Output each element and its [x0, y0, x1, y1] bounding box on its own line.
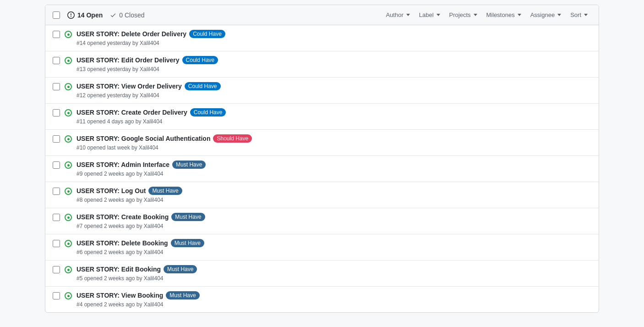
issue-meta: #10 opened last week by Xalil404 — [76, 144, 591, 151]
issue-meta: #12 opened yesterday by Xalil404 — [76, 92, 591, 99]
sort-filter-label: Sort — [570, 11, 581, 18]
author-chevron-icon — [406, 14, 410, 16]
issue-title[interactable]: USER STORY: Create Booking — [76, 213, 169, 221]
closed-count-text: 0 Closed — [119, 11, 144, 19]
issue-label-badge[interactable]: Could Have — [185, 82, 221, 90]
issue-title-line: USER STORY: Log Out Must Have — [76, 187, 591, 195]
list-item: USER STORY: Admin Interface Must Have #9… — [45, 156, 599, 182]
list-item: USER STORY: Edit Booking Must Have #5 op… — [45, 260, 599, 287]
issue-meta: #9 opened 2 weeks ago by Xalil404 — [76, 171, 591, 177]
list-item: USER STORY: Delete Order Delivery Could … — [45, 25, 599, 51]
list-item: USER STORY: Delete Booking Must Have #6 … — [45, 234, 599, 260]
issue-title[interactable]: USER STORY: View Order Delivery — [76, 83, 182, 90]
list-item: USER STORY: View Booking Must Have #4 op… — [45, 287, 599, 312]
assignee-filter-label: Assignee — [530, 11, 555, 18]
open-issue-icon — [65, 214, 72, 221]
issue-meta: #7 opened 2 weeks ago by Xalil404 — [76, 223, 591, 229]
issue-title[interactable]: USER STORY: Create Order Delivery — [76, 109, 187, 116]
issue-title-line: USER STORY: Create Order Delivery Could … — [76, 108, 591, 116]
issue-meta: #4 opened 2 weeks ago by Xalil404 — [76, 301, 591, 308]
issue-checkbox-3[interactable] — [53, 83, 60, 90]
issue-checkbox-1[interactable] — [53, 31, 60, 38]
issue-content: USER STORY: Delete Booking Must Have #6 … — [76, 239, 591, 255]
issue-title[interactable]: USER STORY: Edit Order Delivery — [76, 56, 180, 64]
assignee-filter-btn[interactable]: Assignee — [527, 10, 565, 20]
issue-checkbox-4[interactable] — [53, 109, 60, 116]
issue-checkbox-10[interactable] — [53, 266, 60, 273]
closed-count: 0 Closed — [110, 11, 144, 19]
issue-title-line: USER STORY: Edit Order Delivery Could Ha… — [76, 56, 591, 64]
issue-meta: #13 opened yesterday by Xalil404 — [76, 66, 591, 72]
issue-label-badge[interactable]: Could Have — [189, 30, 225, 38]
issue-label-badge[interactable]: Must Have — [148, 187, 182, 195]
issue-label-badge[interactable]: Must Have — [172, 161, 206, 169]
sort-filter-btn[interactable]: Sort — [567, 10, 591, 20]
header-filters: Author Label Projects Milestones Assigne… — [382, 10, 591, 20]
issue-checkbox-2[interactable] — [53, 57, 60, 64]
issue-content: USER STORY: Create Booking Must Have #7 … — [76, 213, 591, 229]
issue-title-line: USER STORY: Delete Booking Must Have — [76, 239, 591, 247]
milestones-filter-btn[interactable]: Milestones — [483, 10, 525, 20]
issue-title-line: USER STORY: Google Social Authentication… — [76, 134, 591, 143]
issue-label-badge[interactable]: Must Have — [164, 265, 197, 273]
projects-filter-label: Projects — [449, 11, 471, 18]
issue-checkbox-5[interactable] — [53, 135, 60, 143]
author-filter-btn[interactable]: Author — [382, 10, 413, 20]
open-issue-icon — [65, 188, 72, 195]
list-item: USER STORY: Create Order Delivery Could … — [45, 104, 599, 130]
select-all-checkbox[interactable] — [53, 11, 60, 19]
issue-title-line: USER STORY: Admin Interface Must Have — [76, 161, 591, 169]
open-count-text: 14 Open — [77, 11, 103, 19]
closed-issues-icon — [110, 12, 116, 18]
projects-filter-btn[interactable]: Projects — [446, 10, 481, 20]
issue-label-badge[interactable]: Could Have — [182, 56, 218, 64]
issue-content: USER STORY: Edit Booking Must Have #5 op… — [76, 265, 591, 282]
list-item: USER STORY: Edit Order Delivery Could Ha… — [45, 51, 599, 78]
open-issue-icon — [65, 135, 72, 143]
issue-label-badge[interactable]: Must Have — [171, 213, 205, 221]
issue-label-badge[interactable]: Must Have — [171, 239, 204, 247]
issue-title-line: USER STORY: View Order Delivery Could Ha… — [76, 82, 591, 90]
issue-title[interactable]: USER STORY: View Booking — [76, 292, 163, 299]
issue-content: USER STORY: Edit Order Delivery Could Ha… — [76, 56, 591, 72]
author-filter-label: Author — [386, 11, 403, 18]
issue-checkbox-8[interactable] — [53, 214, 60, 221]
issue-title[interactable]: USER STORY: Log Out — [76, 187, 146, 194]
issue-title-line: USER STORY: Edit Booking Must Have — [76, 265, 591, 273]
sort-chevron-icon — [584, 14, 588, 16]
assignee-chevron-icon — [557, 14, 561, 16]
issue-content: USER STORY: Log Out Must Have #8 opened … — [76, 187, 591, 203]
open-issue-icon — [65, 83, 72, 90]
issue-meta: #14 opened yesterday by Xalil404 — [76, 40, 591, 46]
issue-content: USER STORY: Admin Interface Must Have #9… — [76, 161, 591, 177]
issue-title[interactable]: USER STORY: Delete Order Delivery — [76, 30, 186, 38]
issue-label-badge[interactable]: Could Have — [190, 108, 226, 116]
label-filter-btn[interactable]: Label — [415, 10, 444, 20]
issue-title[interactable]: USER STORY: Admin Interface — [76, 161, 169, 168]
issue-label-badge[interactable]: Must Have — [166, 291, 199, 299]
open-count: 14 Open — [67, 11, 103, 19]
issue-meta: #5 opened 2 weeks ago by Xalil404 — [76, 275, 591, 282]
label-chevron-icon — [437, 14, 440, 16]
list-item: USER STORY: Log Out Must Have #8 opened … — [45, 182, 599, 208]
open-issue-icon — [65, 292, 72, 299]
issue-checkbox-7[interactable] — [53, 188, 60, 195]
issue-label-badge[interactable]: Should Have — [213, 134, 252, 143]
issue-checkbox-9[interactable] — [53, 240, 60, 247]
open-issue-icon — [65, 161, 72, 169]
issue-title[interactable]: USER STORY: Google Social Authentication — [76, 135, 210, 142]
issue-title[interactable]: USER STORY: Delete Booking — [76, 239, 168, 247]
milestones-filter-label: Milestones — [486, 11, 515, 18]
issue-title-line: USER STORY: View Booking Must Have — [76, 291, 591, 299]
issue-checkbox-6[interactable] — [53, 161, 60, 169]
issue-meta: #8 opened 2 weeks ago by Xalil404 — [76, 197, 591, 203]
issues-container: 14 Open 0 Closed Author Label Projects — [45, 5, 599, 313]
issue-title[interactable]: USER STORY: Edit Booking — [76, 266, 161, 273]
issue-checkbox-11[interactable] — [53, 292, 60, 299]
open-issue-icon — [65, 109, 72, 116]
issues-header: 14 Open 0 Closed Author Label Projects — [45, 5, 599, 25]
issue-content: USER STORY: Delete Order Delivery Could … — [76, 30, 591, 46]
list-item: USER STORY: Create Booking Must Have #7 … — [45, 208, 599, 234]
projects-chevron-icon — [474, 14, 477, 16]
milestones-chevron-icon — [518, 14, 521, 16]
